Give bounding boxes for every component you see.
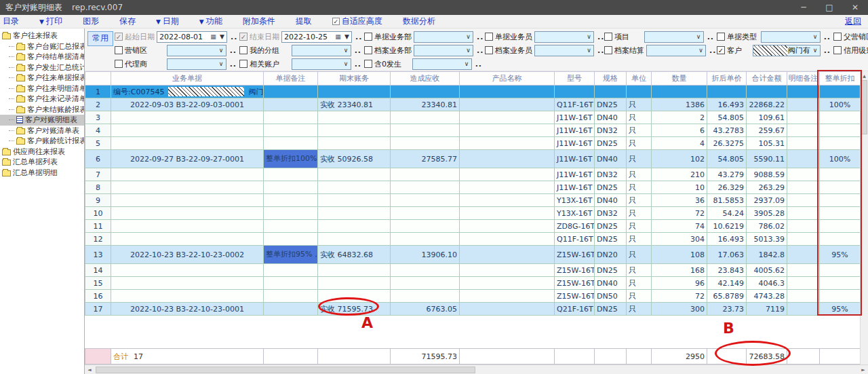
sidebar-item[interactable]: 汇总单据明细 (0, 168, 84, 179)
more-button[interactable]: .. (824, 46, 831, 55)
more-button[interactable]: .. (707, 33, 714, 41)
doc-dept-select[interactable]: ∨ (414, 31, 473, 43)
header-model[interactable]: 型号 (555, 72, 595, 86)
menu-item-auto-height[interactable]: ✓自适应高度 (332, 16, 382, 27)
vertical-scroll-thumb[interactable] (861, 80, 867, 134)
my-group-select[interactable]: ∨ (292, 45, 351, 56)
scroll-right-icon[interactable]: ► (859, 365, 868, 374)
zero-occurrence-checkbox[interactable] (364, 60, 372, 68)
header-discounted-price[interactable]: 折后单价 (707, 72, 747, 86)
end-date-checkbox[interactable]: ✓ (239, 33, 248, 41)
menu-item-print[interactable]: ▼打印 (39, 16, 62, 27)
more-button[interactable]: .. (477, 33, 484, 41)
sidebar-item[interactable]: 客户未结账龄报表 (0, 105, 84, 115)
file-settle-checkbox[interactable] (604, 46, 612, 54)
table-row[interactable]: 132022-10-23 B3-22-10-23-0002整单折扣95%，折后金… (85, 246, 861, 264)
sidebar-item[interactable]: 客户对账明细表 (0, 115, 84, 126)
more-button[interactable]: .. (475, 60, 482, 69)
header-order-discount[interactable]: 整单折扣 (820, 72, 861, 86)
more-button[interactable]: .. (709, 46, 716, 55)
horizontal-scrollbar[interactable]: ◄ ► (85, 364, 868, 374)
table-row[interactable]: 12Q11F-16TDN25只30416.4935013.39 (85, 233, 861, 246)
sidebar-item[interactable]: 供应商往来报表 (0, 147, 84, 157)
scroll-left-icon[interactable]: ◄ (85, 365, 94, 374)
file-dept-checkbox[interactable] (364, 46, 372, 54)
file-settle-select[interactable]: ∨ (646, 45, 706, 56)
close-button[interactable]: ✕ (842, 0, 868, 15)
sidebar-item[interactable]: 客户往来单据报表 (0, 73, 84, 83)
start-date-date[interactable]: 2022-08-01▦▼ (157, 31, 227, 43)
more-button[interactable]: .. (597, 33, 604, 41)
doc-type-select[interactable]: ∨ (761, 31, 821, 43)
more-button[interactable]: .. (355, 33, 362, 41)
agent-select[interactable]: ∨ (167, 58, 226, 70)
sidebar-item[interactable]: 客户台账汇总报表 (0, 41, 84, 52)
table-row[interactable]: 4J11W-16TDN32只643.2783259.67 (85, 124, 861, 137)
doc-salesman-select[interactable]: ∨ (534, 31, 594, 43)
start-date-checkbox[interactable]: ✓ (115, 33, 123, 41)
table-row[interactable]: 9Y13X-16TDN40只3681.58532937.09 (85, 194, 861, 207)
more-button[interactable]: .. (231, 33, 237, 41)
sidebar-item[interactable]: 汇总单据列表 (0, 157, 84, 168)
menu-item-directory[interactable]: 目录 (3, 16, 19, 27)
parent-region-checkbox[interactable] (833, 33, 842, 41)
more-button[interactable]: .. (477, 46, 484, 55)
menu-item-data-analysis[interactable]: 数据分析 (403, 16, 435, 27)
more-button[interactable]: .. (230, 60, 237, 69)
table-row[interactable]: 1编号:C007545阀门 有限公司 (85, 86, 861, 98)
menu-item-date[interactable]: ▼日期 (156, 16, 179, 27)
menu-item-save[interactable]: 保存 (119, 16, 136, 27)
project-checkbox[interactable] (604, 33, 612, 41)
table-row[interactable]: 7J11W-16TDN32只21043.2799088.59 (85, 168, 861, 181)
sidebar-item[interactable]: 客户发生汇总统计 (0, 62, 84, 73)
customer-select[interactable]: 阀门有∨ (753, 45, 821, 56)
header-period-account[interactable]: 期末账务 (318, 72, 391, 86)
credit-level-checkbox[interactable] (833, 46, 842, 54)
marketing-region-checkbox[interactable] (115, 46, 123, 54)
more-button[interactable]: .. (824, 33, 831, 41)
table-row[interactable]: 62022-09-27 B3-22-09-27-0001整单折扣100%，折后金… (85, 150, 861, 168)
more-button[interactable]: .. (355, 60, 361, 69)
customer-checkbox[interactable]: ✓ (717, 46, 725, 54)
menu-item-function[interactable]: ▼功能 (199, 16, 222, 27)
table-row[interactable]: 5J11W-16TDN25只426.3275105.31 (85, 137, 861, 150)
table-row[interactable]: 16Z15W-16TDN50只7265.87894743.28 (85, 290, 861, 303)
menu-item-extract[interactable]: 提取 (296, 16, 312, 27)
sidebar-item[interactable]: 客户往来记录清单 (0, 94, 84, 105)
sidebar-item[interactable]: 客户往来明细清单 (0, 83, 84, 94)
header-spec[interactable]: 规格 (595, 72, 627, 86)
scroll-up-icon[interactable]: ▲ (861, 71, 868, 79)
zero-occurrence-select[interactable]: ∨ (412, 58, 472, 70)
horizontal-scroll-thumb[interactable] (96, 367, 475, 373)
header-business-doc[interactable]: 业务单据 (111, 72, 264, 86)
menu-item-extra-conditions[interactable]: 附加条件 (243, 16, 275, 27)
sidebar-item[interactable]: 客户对账清单表 (0, 126, 84, 136)
file-salesman-checkbox[interactable] (485, 46, 493, 54)
header-detail-remark[interactable]: 明细备注 (787, 72, 820, 86)
table-row[interactable]: 8J11W-16TDN25只1026.329263.29 (85, 181, 861, 194)
more-button[interactable]: .. (230, 46, 237, 55)
table-row[interactable]: 15Z15W-16TDN40只9642.1494046.3 (85, 277, 861, 290)
end-date-date[interactable]: 2022-10-25▦▼ (281, 31, 352, 43)
table-row[interactable]: 22022-09-03 B3-22-09-03-0001实收 23340.812… (85, 98, 861, 111)
sidebar-item[interactable]: 客户账龄统计报表 (0, 136, 84, 147)
header-total-amount[interactable]: 合计金额 (747, 72, 787, 86)
marketing-region-select[interactable]: ∨ (167, 45, 226, 56)
table-row[interactable]: 11ZD8G-16TDN25只7410.6219786.02 (85, 220, 861, 233)
menu-item-chart[interactable]: 图形 (83, 16, 99, 27)
doc-type-checkbox[interactable] (717, 33, 725, 41)
more-button[interactable]: .. (355, 46, 361, 55)
back-link[interactable]: 返回 (845, 16, 861, 27)
table-row[interactable]: 172022-10-23 B3-22-10-23-0001实收 71595.73… (85, 303, 861, 316)
file-salesman-select[interactable]: ∨ (534, 45, 594, 56)
table-row[interactable]: 3J11W-16TDN40只254.805109.61 (85, 111, 861, 124)
header-doc-remark[interactable]: 单据备注 (264, 72, 318, 86)
maximize-button[interactable]: □ (816, 0, 842, 15)
related-account-checkbox[interactable] (239, 60, 248, 68)
project-select[interactable]: ∨ (644, 31, 704, 43)
file-dept-select[interactable]: ∨ (414, 45, 473, 56)
related-account-select[interactable]: ∨ (292, 58, 351, 70)
header-product-name[interactable]: 产品名称 (460, 72, 555, 86)
header-rownum[interactable] (85, 72, 111, 86)
minimize-button[interactable]: ─ (791, 0, 816, 15)
